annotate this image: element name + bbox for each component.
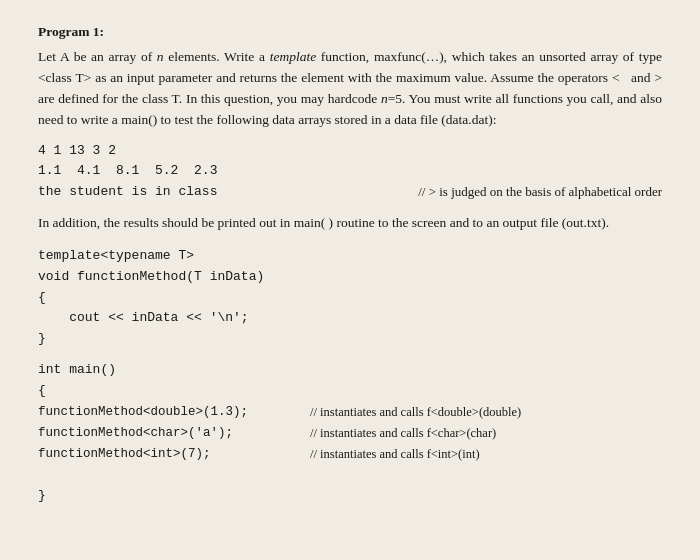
template-line-2: void functionMethod(T inData) (38, 267, 662, 288)
template-line-4: cout << inData << '\n'; (38, 308, 662, 329)
template-line-5: } (38, 329, 662, 350)
template-word: template (270, 49, 317, 64)
main-line-2: functionMethod<char>('a'); // instantiat… (38, 423, 662, 444)
main-comment-1: // instantiates and calls f<double>(doub… (310, 402, 521, 423)
data-line-3-comment: // > is judged on the basis of alphabeti… (418, 182, 662, 203)
data-arrays-block: 4 1 13 3 2 1.1 4.1 8.1 5.2 2.3 the stude… (38, 141, 662, 203)
page-container: Program 1: Let A be an array of n elemen… (0, 0, 700, 560)
data-line-3-row: the student is in class // > is judged o… (38, 182, 662, 203)
main-line-3: functionMethod<int>(7); // instantiates … (38, 444, 662, 465)
var-n2: n (381, 91, 388, 106)
template-line-3: { (38, 288, 662, 309)
data-line-2: 1.1 4.1 8.1 5.2 2.3 (38, 161, 662, 182)
var-n: n (157, 49, 164, 64)
main-line-1: functionMethod<double>(1.3); // instanti… (38, 402, 662, 423)
main-code-3: functionMethod<int>(7); (38, 444, 298, 465)
program-description: Let A be an array of n elements. Write a… (38, 47, 662, 131)
data-line-3-code: the student is in class (38, 182, 217, 203)
template-line-1: template<typename T> (38, 246, 662, 267)
main-close-brace: } (38, 486, 662, 507)
main-comment-3: // instantiates and calls f<int>(int) (310, 444, 480, 465)
template-code-block: template<typename T> void functionMethod… (38, 246, 662, 350)
data-line-1: 4 1 13 3 2 (38, 141, 662, 162)
main-header: int main() (38, 360, 662, 381)
and-word: and (631, 70, 651, 85)
main-code-1: functionMethod<double>(1.3); (38, 402, 298, 423)
program-title: Program 1: (38, 22, 662, 43)
main-open-brace: { (38, 381, 662, 402)
main-code-block: int main() { functionMethod<double>(1.3)… (38, 360, 662, 507)
main-comment-2: // instantiates and calls f<char>(char) (310, 423, 496, 444)
main-code-2: functionMethod<char>('a'); (38, 423, 298, 444)
addition-paragraph: In addition, the results should be print… (38, 213, 662, 234)
main-blank-line (38, 465, 662, 486)
